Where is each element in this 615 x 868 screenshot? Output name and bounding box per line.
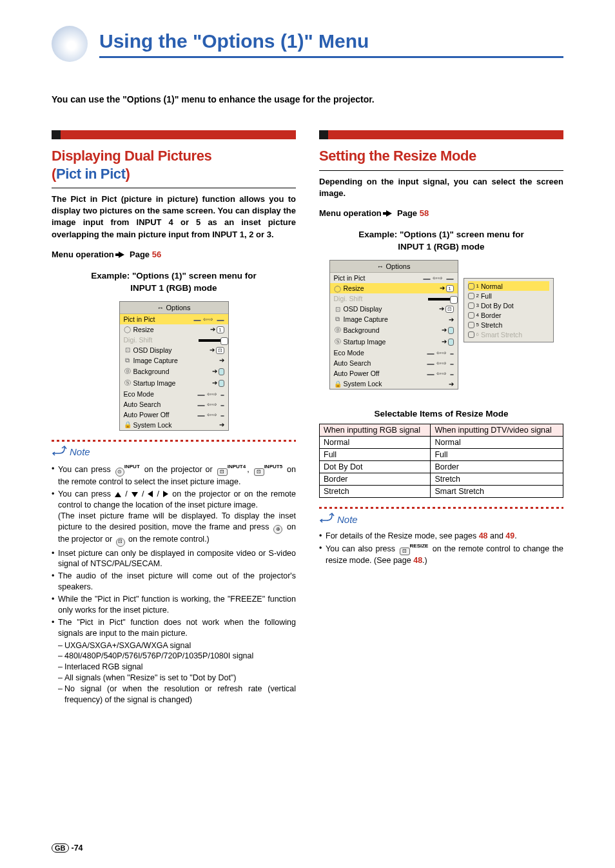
down-arrow-icon: [132, 492, 138, 497]
section-title-right: Setting the Resize Mode: [319, 147, 563, 165]
note-item: Inset picture can only be displayed in c…: [52, 548, 296, 570]
input5-icon: ⊡: [254, 468, 264, 476]
note-item: While the "Pict in Pict" function is wor…: [52, 594, 296, 616]
note-item: The audio of the inset picture will come…: [52, 571, 296, 593]
submenu-item: 3Dot By Dot: [468, 301, 549, 310]
resize-button-icon: ⊡: [400, 547, 410, 555]
header-ornament: [52, 26, 88, 62]
menu-row-osd-display: ⊡OSD Display➔⊡: [330, 304, 458, 314]
menu-row-system-lock: 🔒System Lock➔: [330, 379, 458, 389]
menu-row-background: ⒷBackground➔: [330, 324, 458, 336]
table-cell: Dot By Dot: [320, 461, 431, 473]
table-caption: Selectable Items of Resize Mode: [319, 409, 563, 419]
table-cell: Full: [431, 449, 563, 461]
menu-row-eco-mode: Eco Mode ⇦⇨: [330, 348, 458, 358]
menu-row-resize: ◯Resize➔1: [330, 283, 458, 293]
arrow-right-icon: [386, 210, 392, 217]
menu-row-pict-in-pict: Pict in Pict ⇦⇨: [120, 314, 228, 324]
menu-operation-right: Menu operation Page 58: [319, 208, 563, 218]
region-badge: GB: [52, 843, 69, 853]
enter-icon-remote: ⊡: [116, 538, 125, 547]
page-footer: GB-74: [52, 843, 83, 853]
left-arrow-icon: [148, 491, 153, 497]
up-arrow-icon: [115, 492, 121, 497]
resize-submenu: 1Normal 2Full 3Dot By Dot 4Border 5Stret…: [464, 278, 554, 342]
note-heading: Note: [52, 444, 296, 460]
note-heading: Note: [319, 511, 563, 527]
table-header: When inputting RGB signal: [320, 424, 431, 437]
table-cell: Full: [320, 449, 431, 461]
left-paragraph: The Pict in Pict (picture in picture) fu…: [52, 193, 296, 241]
table-cell: Border: [431, 461, 563, 473]
submenu-item: 5Stretch: [468, 320, 549, 330]
table-header: When inputting DTV/video signal: [431, 424, 563, 437]
submenu-item: 4Border: [468, 310, 549, 320]
menu-row-auto-search: Auto Search ⇦⇨: [330, 358, 458, 368]
note-list-left: You can press ⊙INPUT on the projector or…: [52, 464, 296, 705]
menu-row-digi-shift: Digi. Shift: [120, 335, 228, 345]
options-menu-panel-right: ↔ Options Pict in Pict ⇦⇨ ◯Resize➔1 Digi…: [329, 260, 458, 390]
menu-row-image-capture: ⧉Image Capture➔: [120, 355, 228, 366]
section-divider: [319, 170, 563, 171]
note-separator: [319, 507, 563, 509]
page-number: -74: [72, 843, 83, 853]
right-column: Setting the Resize Mode Depending on the…: [319, 130, 563, 707]
input-icon: ⊙: [115, 468, 124, 477]
table-cell: Normal: [431, 437, 563, 449]
menu-operation-left: Menu operation Page 56: [52, 250, 296, 259]
menu-row-startup-image: ⓈStartup Image➔: [120, 377, 228, 389]
note-subitem: No signal (or when the resolution or ref…: [58, 684, 296, 705]
left-column: Displaying Dual Pictures (Pict in Pict) …: [52, 130, 296, 707]
input4-icon: ⊡: [217, 468, 228, 476]
menu-panel-header: ↔ Options: [120, 302, 228, 314]
note-item: You can also press ⊡RESIZE on the remote…: [319, 543, 563, 566]
note-subitem: All signals (when "Resize" is set to "Do…: [58, 673, 296, 684]
menu-row-auto-search: Auto Search ⇦⇨: [120, 399, 228, 409]
arrow-right-icon: [119, 252, 124, 258]
table-cell: Normal: [320, 437, 431, 449]
menu-row-pict-in-pict: Pict in Pict ⇦⇨: [330, 273, 458, 283]
intro-text: You can use the "Options (1)" menu to en…: [52, 94, 563, 104]
example-title-left: Example: "Options (1)" screen menu forIN…: [52, 270, 296, 295]
note-subitem: UXGA/SXGA+/SXGA/WXGA signal: [58, 640, 296, 651]
note-item: The "Pict in Pict" function does not wor…: [52, 617, 296, 705]
note-list-right: For details of the Resize mode, see page…: [319, 531, 563, 566]
menu-row-digi-shift: Digi. Shift: [330, 293, 458, 304]
menu-row-resize: ◯Resize➔1: [120, 324, 228, 335]
menu-panel-header: ↔ Options: [330, 261, 458, 273]
page-header: Using the "Options (1)" Menu: [52, 26, 563, 62]
right-arrow-icon: [163, 491, 168, 497]
note-separator: [52, 440, 296, 442]
menu-row-auto-power-off: Auto Power Off ⇦⇨: [330, 368, 458, 379]
table-cell: Stretch: [320, 486, 431, 498]
menu-row-startup-image: ⓈStartup Image➔: [330, 336, 458, 348]
menu-row-eco-mode: Eco Mode ⇦⇨: [120, 389, 228, 399]
note-hand-icon: [52, 444, 67, 460]
note-subitem: Interlaced RGB signal: [58, 662, 296, 673]
menu-row-image-capture: ⧉Image Capture➔: [330, 314, 458, 324]
note-subitem: 480I/480P/540P/576I/576P/720P/1035P/1080…: [58, 651, 296, 662]
example-title-right: Example: "Options (1)" screen menu forIN…: [319, 228, 563, 253]
note-item: You can press ⊙INPUT on the projector or…: [52, 464, 296, 488]
page-title: Using the "Options (1)" Menu: [99, 30, 563, 58]
submenu-item: 6Smart Stretch: [468, 330, 549, 339]
section-divider: [52, 188, 296, 188]
submenu-item: 2Full: [468, 291, 549, 301]
menu-row-osd-display: ⊡OSD Display➔⊡: [120, 345, 228, 355]
note-item: For details of the Resize mode, see page…: [319, 531, 563, 542]
note-item: You can press / / / on the projector or …: [52, 489, 296, 546]
enter-icon: ⊕: [273, 525, 282, 534]
table-cell: Border: [320, 473, 431, 486]
menu-row-system-lock: 🔒System Lock➔: [120, 420, 228, 430]
section-title-left: Displaying Dual Pictures (Pict in Pict): [52, 147, 296, 182]
resize-mode-table: When inputting RGB signalWhen inputting …: [319, 424, 563, 498]
note-hand-icon: [319, 511, 335, 527]
menu-row-background: ⒷBackground➔: [120, 366, 228, 377]
table-cell: Stretch: [431, 473, 563, 486]
table-cell: Smart Stretch: [431, 486, 563, 498]
right-paragraph: Depending on the input signal, you can s…: [319, 176, 563, 199]
section-bar: [319, 130, 563, 139]
section-bar: [52, 130, 296, 139]
menu-row-auto-power-off: Auto Power Off ⇦⇨: [120, 409, 228, 420]
submenu-item: 1Normal: [468, 281, 549, 291]
